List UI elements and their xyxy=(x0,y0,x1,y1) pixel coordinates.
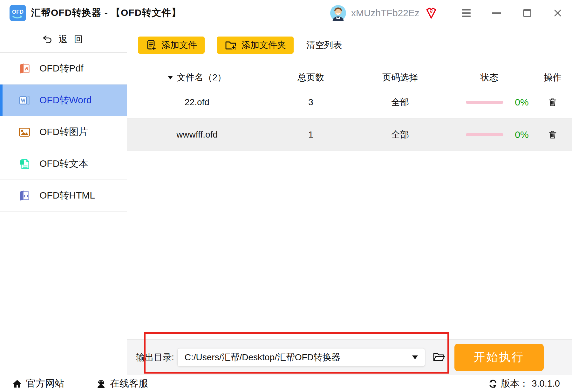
output-dir-label: 输出目录: xyxy=(136,351,174,363)
word-icon xyxy=(18,94,31,107)
sidebar-item-label: OFD转文本 xyxy=(39,157,88,170)
sidebar-item-ofd-to-html[interactable]: OFD转HTML xyxy=(0,180,127,212)
refresh-icon[interactable] xyxy=(488,379,498,389)
main-panel: 添加文件 添加文件夹 清空列表 文件名（2） 总页数 页码选择 状态 操作 22… xyxy=(127,26,572,375)
add-file-button[interactable]: 添加文件 xyxy=(138,37,205,54)
cell-pages: 3 xyxy=(267,97,355,107)
progress-percent: 0% xyxy=(515,129,528,140)
add-file-icon xyxy=(146,39,157,51)
delete-row-button[interactable] xyxy=(546,128,559,141)
headset-person-icon xyxy=(96,379,106,389)
back-label: 返 回 xyxy=(59,33,85,45)
cell-status: 0% xyxy=(446,97,533,108)
home-icon xyxy=(12,379,22,389)
sidebar-item-label: OFD转Pdf xyxy=(39,62,83,75)
trash-icon xyxy=(548,130,558,140)
sidebar-item-ofd-to-word[interactable]: OFD转Word xyxy=(0,84,127,116)
official-website-link[interactable]: 官方网站 xyxy=(12,377,64,390)
progress-bar xyxy=(466,133,503,136)
sidebar-item-ofd-to-text[interactable]: OFD转文本 xyxy=(0,148,127,180)
text-file-icon xyxy=(18,157,31,171)
add-folder-button[interactable]: 添加文件夹 xyxy=(217,37,294,54)
add-file-label: 添加文件 xyxy=(161,39,197,51)
trash-icon xyxy=(548,97,558,107)
cell-filename: wwwfff.ofd xyxy=(127,130,267,140)
footer: 官方网站 在线客服 版本： 3.0.1.0 xyxy=(0,375,572,392)
column-header-status: 状态 xyxy=(446,71,533,84)
output-dir-path: C:/Users/汇帮/Desktop/汇帮OFD转换器 xyxy=(185,351,412,363)
svg-text:V: V xyxy=(430,9,432,14)
back-button[interactable]: 返 回 xyxy=(0,26,127,53)
delete-row-button[interactable] xyxy=(546,96,559,109)
sidebar-item-label: OFD转图片 xyxy=(39,125,88,139)
output-dir-select[interactable]: C:/Users/汇帮/Desktop/汇帮OFD转换器 xyxy=(177,348,425,367)
cell-page-select[interactable]: 全部 xyxy=(355,129,446,141)
cell-action xyxy=(533,96,572,109)
minimize-button[interactable] xyxy=(492,8,501,18)
sidebar-item-ofd-to-image[interactable]: OFD转图片 xyxy=(0,116,127,148)
window-title: 汇帮OFD转换器 - 【OFD转文件】 xyxy=(31,6,181,19)
column-header-filename[interactable]: 文件名（2） xyxy=(127,71,267,84)
window-controls xyxy=(461,8,562,18)
file-table-header: 文件名（2） 总页数 页码选择 状态 操作 xyxy=(127,69,572,86)
titlebar-right: xMUzhTFb22Ez V xyxy=(330,5,562,21)
maximize-button[interactable] xyxy=(522,8,532,18)
pdf-icon xyxy=(18,62,31,75)
image-icon xyxy=(18,125,31,139)
sidebar: 返 回 OFD转Pdf OFD转Word xyxy=(0,26,127,375)
vip-badge-icon[interactable]: V xyxy=(425,6,438,20)
open-folder-icon xyxy=(432,352,446,363)
sidebar-item-label: OFD转HTML xyxy=(39,189,95,202)
sidebar-item-ofd-to-pdf[interactable]: OFD转Pdf xyxy=(0,53,127,84)
close-button[interactable] xyxy=(553,8,562,18)
titlebar: OFD 汇帮OFD转换器 - 【OFD转文件】 xMUzhTFb22Ez V xyxy=(0,0,572,26)
user-avatar[interactable] xyxy=(330,5,346,21)
column-header-pages: 总页数 xyxy=(267,71,355,84)
cell-filename: 22.ofd xyxy=(127,97,267,107)
version-info: 版本： 3.0.1.0 xyxy=(488,377,560,390)
dropdown-caret-icon xyxy=(412,355,418,359)
username-label[interactable]: xMUzhTFb22Ez xyxy=(351,8,419,18)
table-row[interactable]: wwwfff.ofd 1 全部 0% xyxy=(127,118,572,151)
column-header-page-select: 页码选择 xyxy=(355,71,446,84)
clear-list-button[interactable]: 清空列表 xyxy=(306,39,342,51)
start-button[interactable]: 开始执行 xyxy=(454,344,544,371)
version-number: 3.0.1.0 xyxy=(532,378,560,389)
add-folder-label: 添加文件夹 xyxy=(242,39,286,51)
back-arrow-icon xyxy=(42,35,52,44)
add-folder-icon xyxy=(224,39,237,51)
titlebar-left: OFD 汇帮OFD转换器 - 【OFD转文件】 xyxy=(10,5,181,21)
online-support-link[interactable]: 在线客服 xyxy=(96,377,148,390)
html-icon xyxy=(18,189,31,202)
toolbar: 添加文件 添加文件夹 清空列表 xyxy=(127,37,572,54)
sort-desc-icon xyxy=(168,76,173,79)
output-bar: 输出目录: C:/Users/汇帮/Desktop/汇帮OFD转换器 开始执行 xyxy=(127,339,572,375)
column-header-action: 操作 xyxy=(533,71,572,84)
svg-text:OFD: OFD xyxy=(12,9,24,15)
menu-icon[interactable] xyxy=(461,8,471,18)
progress-bar xyxy=(466,101,503,104)
cell-page-select[interactable]: 全部 xyxy=(355,96,446,108)
version-label: 版本： xyxy=(501,377,528,390)
cell-status: 0% xyxy=(446,129,533,140)
cell-pages: 1 xyxy=(267,130,355,140)
table-row[interactable]: 22.ofd 3 全部 0% xyxy=(127,86,572,118)
progress-percent: 0% xyxy=(515,97,528,108)
sidebar-item-label: OFD转Word xyxy=(39,94,92,107)
cell-action xyxy=(533,128,572,141)
browse-folder-button[interactable] xyxy=(432,352,446,363)
app-logo-icon: OFD xyxy=(10,5,26,21)
